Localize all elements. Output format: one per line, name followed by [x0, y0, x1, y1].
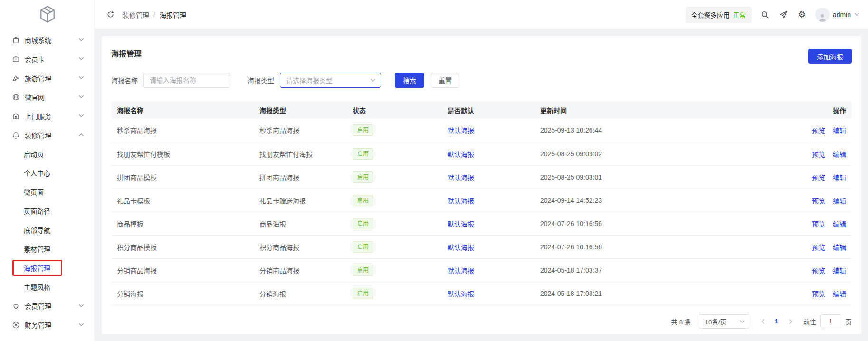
default-poster-link[interactable]: 默认海报: [448, 174, 474, 181]
edit-link[interactable]: 编辑: [833, 151, 846, 158]
user-menu[interactable]: admin: [815, 8, 859, 22]
sidebar-item-service[interactable]: 上门服务: [0, 106, 95, 125]
poster-name-label: 海报名称: [111, 76, 138, 85]
sidebar-item-travel[interactable]: 旅游管理: [0, 68, 95, 87]
updated-time-cell: 2024-07-26 10:16:56: [534, 235, 774, 258]
sidebar-subitem-label: 素材管理: [24, 244, 50, 254]
preview-link[interactable]: 预览: [812, 151, 825, 158]
poster-type-select[interactable]: 请选择海报类型: [280, 73, 381, 88]
chevron-down-icon: [78, 37, 84, 43]
edit-link[interactable]: 编辑: [833, 290, 846, 298]
topbar: 装修管理 / 海报管理 全套餐多应用 正常: [95, 0, 868, 29]
sidebar-subitem-5-5[interactable]: 素材管理: [0, 239, 95, 258]
sidebar-item-label: 旅游管理: [25, 73, 78, 83]
actions-cell: 预览编辑: [774, 119, 852, 142]
sidebar-item-member[interactable]: 会员管理: [0, 296, 95, 315]
default-cell: 默认海报: [442, 189, 534, 212]
sidebar-item-mall[interactable]: 商城系统: [0, 30, 95, 49]
sidebar-item-card[interactable]: 会员卡: [0, 49, 95, 68]
status-cell: 启用: [347, 258, 442, 282]
next-page-button[interactable]: [783, 314, 798, 329]
preview-link[interactable]: 预览: [812, 127, 825, 134]
default-poster-link[interactable]: 默认海报: [448, 197, 474, 205]
edit-link[interactable]: 编辑: [833, 197, 846, 205]
sidebar-subitem-5-6[interactable]: 海报管理: [0, 258, 95, 277]
actions-cell: 预览编辑: [774, 165, 852, 189]
default-poster-link[interactable]: 默认海报: [448, 151, 474, 158]
total-count-label: 共 8 条: [671, 317, 691, 326]
breadcrumb-separator: /: [153, 11, 155, 19]
edit-link[interactable]: 编辑: [833, 127, 846, 134]
sidebar-subitem-label: 微页面: [24, 187, 44, 197]
edit-link[interactable]: 编辑: [833, 244, 846, 251]
sidebar-subitem-label: 个人中心: [24, 168, 50, 178]
default-poster-link[interactable]: 默认海报: [448, 244, 474, 251]
edit-link[interactable]: 编辑: [833, 267, 846, 275]
preview-link[interactable]: 预览: [812, 290, 825, 298]
preview-link[interactable]: 预览: [812, 174, 825, 181]
search-button[interactable]: 搜索: [395, 73, 424, 88]
chevron-down-icon: [739, 319, 745, 324]
chevron-down-icon: [78, 113, 84, 119]
active-subitem-highlight: 海报管理: [12, 260, 62, 276]
breadcrumb-item-decorate[interactable]: 装修管理: [123, 10, 149, 19]
sidebar-subitem-5-3[interactable]: 页面路径: [0, 201, 95, 220]
page-title: 海报管理: [111, 47, 852, 59]
table-row: 分销海报 分销海报 启用 默认海报 2024-05-18 17:03:21 预览…: [111, 282, 852, 305]
rocket-icon[interactable]: [778, 9, 789, 20]
page-number-1[interactable]: 1: [770, 318, 783, 325]
prev-page-button[interactable]: [756, 314, 770, 329]
poster-type-cell: 找朋友帮忙付海报: [254, 142, 347, 165]
col-header-type: 海报类型: [254, 101, 347, 119]
edit-link[interactable]: 编辑: [833, 174, 846, 181]
sidebar-subitem-5-7[interactable]: 主题风格: [0, 277, 95, 296]
default-poster-link[interactable]: 默认海报: [448, 127, 474, 134]
actions-cell: 预览编辑: [774, 282, 852, 305]
decorate-icon: [11, 131, 20, 139]
sidebar-subitem-label: 底部导航: [24, 225, 50, 235]
status-badge: 启用: [353, 148, 373, 160]
plan-badge[interactable]: 全套餐多应用 正常: [686, 7, 752, 23]
poster-name-cell: 积分商品模板: [111, 235, 254, 258]
default-poster-link[interactable]: 默认海报: [448, 267, 474, 275]
sidebar-subitem-5-4[interactable]: 底部导航: [0, 220, 95, 239]
add-poster-button[interactable]: 添加海报: [808, 49, 852, 64]
status-cell: 启用: [347, 235, 442, 258]
default-poster-link[interactable]: 默认海报: [448, 290, 474, 298]
refresh-icon[interactable]: [106, 10, 114, 19]
default-cell: 默认海报: [442, 235, 534, 258]
chevron-down-icon: [370, 77, 376, 83]
reset-button[interactable]: 重置: [431, 73, 459, 88]
sidebar-item-decorate[interactable]: 装修管理: [0, 125, 95, 144]
chevron-down-icon: [78, 56, 84, 62]
sidebar-item-finance[interactable]: 财务管理: [0, 315, 95, 334]
status-badge: 启用: [353, 265, 373, 276]
search-icon[interactable]: [760, 9, 770, 20]
preview-link[interactable]: 预览: [812, 244, 825, 251]
col-header-name: 海报名称: [111, 101, 254, 119]
username: admin: [833, 11, 851, 19]
table-row: 找朋友帮忙付模板 找朋友帮忙付海报 启用 默认海报 2025-08-25 09:…: [111, 142, 852, 165]
default-cell: 默认海报: [442, 258, 534, 282]
preview-link[interactable]: 预览: [812, 197, 825, 205]
page-size-select[interactable]: 10条/页: [699, 314, 749, 329]
sidebar-subitem-5-2[interactable]: 微页面: [0, 182, 95, 201]
sidebar-item-label: 财务管理: [25, 320, 78, 330]
sidebar-subitem-5-1[interactable]: 个人中心: [0, 163, 95, 182]
chevron-down-icon: [78, 303, 84, 309]
breadcrumb: 装修管理 / 海报管理: [123, 10, 186, 19]
sidebar-item-globe[interactable]: 微官网: [0, 87, 95, 106]
default-poster-link[interactable]: 默认海报: [448, 220, 474, 228]
status-badge: 启用: [353, 124, 373, 136]
cube-logo-icon: [37, 4, 58, 26]
table-row: 商品模板 商品海报 启用 默认海报 2024-07-26 10:16:56 预览…: [111, 212, 852, 235]
poster-name-input[interactable]: [143, 73, 230, 88]
goto-page-input[interactable]: [820, 314, 841, 328]
settings-gear-icon[interactable]: ⚙: [797, 9, 807, 20]
preview-link[interactable]: 预览: [812, 220, 825, 228]
edit-link[interactable]: 编辑: [833, 220, 846, 228]
actions-cell: 预览编辑: [774, 235, 852, 258]
sidebar-subitem-5-0[interactable]: 启动页: [0, 144, 95, 163]
sidebar-item-label: 会员管理: [25, 301, 78, 311]
preview-link[interactable]: 预览: [812, 267, 825, 275]
